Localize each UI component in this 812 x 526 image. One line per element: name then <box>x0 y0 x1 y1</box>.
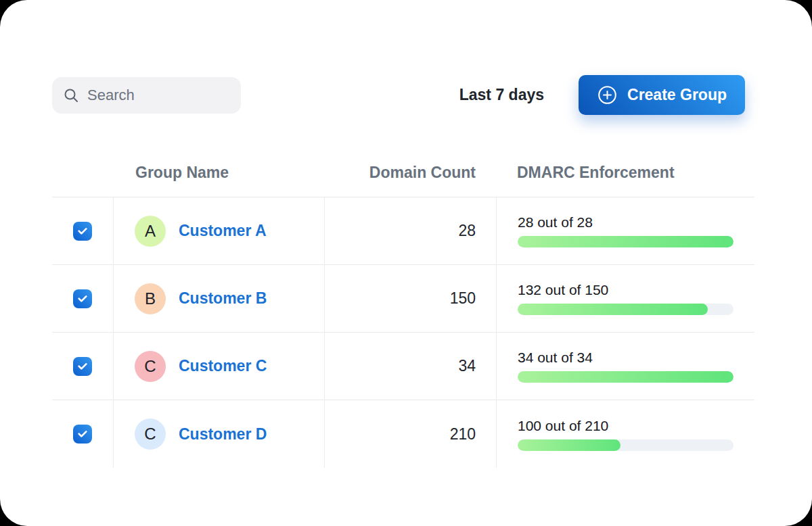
enforcement-progress-track <box>518 304 734 315</box>
check-icon <box>77 429 88 439</box>
enforcement-progress-fill <box>518 304 708 315</box>
header-group-name: Group Name <box>113 149 324 197</box>
create-group-label: Create Group <box>627 86 727 104</box>
enforcement-label: 34 out of 34 <box>518 350 734 366</box>
date-range-label: Last 7 days <box>459 86 544 104</box>
avatar: B <box>135 283 166 314</box>
row-checkbox[interactable] <box>73 357 92 376</box>
check-icon <box>77 361 88 372</box>
header-dmarc-enforcement: DMARC Enforcement <box>496 149 754 197</box>
domain-count-value: 210 <box>450 425 476 444</box>
avatar: A <box>135 216 166 247</box>
search-box[interactable] <box>52 77 241 114</box>
enforcement-progress-track <box>518 371 734 383</box>
enforcement-progress-fill <box>518 236 734 247</box>
search-input[interactable] <box>87 87 230 104</box>
enforcement-progress-track <box>518 236 734 247</box>
group-name-link[interactable]: Customer D <box>179 425 267 444</box>
header-select-column <box>52 149 113 197</box>
domain-count-value: 34 <box>458 357 476 375</box>
check-icon <box>77 226 88 237</box>
enforcement-progress-fill <box>518 439 621 451</box>
group-name-link[interactable]: Customer B <box>179 289 267 308</box>
avatar: C <box>135 351 166 382</box>
domain-count-value: 150 <box>450 289 476 308</box>
row-checkbox[interactable] <box>73 289 92 308</box>
enforcement-label: 100 out of 210 <box>518 418 734 434</box>
enforcement-progress-fill <box>518 371 734 383</box>
row-checkbox[interactable] <box>73 222 92 241</box>
domain-count-value: 28 <box>458 222 476 240</box>
header-domain-count: Domain Count <box>324 149 496 197</box>
enforcement-label: 28 out of 28 <box>518 214 734 231</box>
create-group-button[interactable]: Create Group <box>579 75 745 115</box>
groups-table: Group Name Domain Count DMARC Enforcemen… <box>52 149 754 468</box>
enforcement-progress-track <box>518 439 734 451</box>
search-icon <box>63 87 79 103</box>
plus-circle-icon <box>597 85 618 105</box>
enforcement-label: 132 out of 150 <box>518 282 734 298</box>
check-icon <box>77 293 88 304</box>
group-name-link[interactable]: Customer A <box>179 222 267 240</box>
avatar: C <box>135 419 166 450</box>
toolbar: Last 7 days Create Group <box>52 75 745 115</box>
row-checkbox[interactable] <box>73 425 92 444</box>
groups-panel: Last 7 days Create Group Group Name Doma… <box>0 0 812 526</box>
group-name-link[interactable]: Customer C <box>179 357 267 375</box>
